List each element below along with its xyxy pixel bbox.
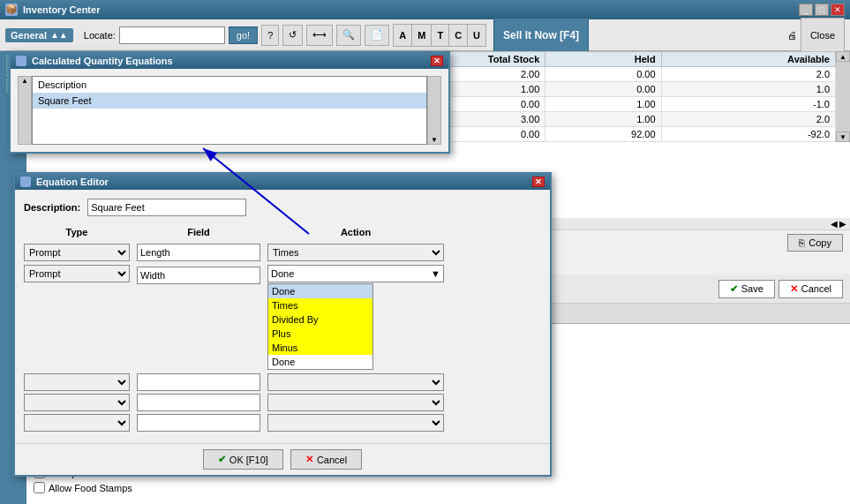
eq-cancel-label: Cancel	[317, 455, 347, 465]
ok-button[interactable]: ✔ OK [F10]	[203, 449, 283, 470]
row3-type-select[interactable]	[24, 373, 130, 391]
eq-editor-content: Description: Type Field Action Prompt Ti…	[15, 190, 550, 443]
cqe-dialog-title: Calculated Quantity Equations	[32, 56, 431, 66]
allow-food-checkbox[interactable]	[34, 482, 45, 493]
copy-icon: ⎘	[799, 237, 805, 248]
printer-icon: 🖨	[787, 30, 797, 41]
help-btn[interactable]: ?	[261, 25, 279, 46]
table-scrollbar[interactable]: ▲ ▼	[836, 51, 850, 142]
eq-footer: ✔ OK [F10] ✕ Cancel	[15, 443, 550, 475]
eq-editor-close-btn[interactable]: ✕	[532, 177, 545, 187]
action-dropdown-container: Done ▼ Done Times Divided By Plus Minus …	[267, 265, 444, 370]
table-cell: 2.0	[661, 67, 835, 82]
locate-input[interactable]	[119, 26, 225, 44]
general-section[interactable]: General ▲▲	[5, 28, 73, 42]
table-cell: -92.0	[661, 127, 835, 142]
col-action-header: Action	[267, 227, 444, 237]
allow-food-label: Allow Food Stamps	[49, 483, 132, 493]
action-divided-by[interactable]: Divided By	[268, 312, 372, 327]
sync-btn[interactable]: ⟷	[306, 25, 333, 46]
sell-it-now-button[interactable]: Sell It Now [F4]	[493, 18, 589, 53]
cancel-x-icon: ✕	[790, 283, 798, 295]
col-available: Available	[661, 52, 835, 67]
row5	[24, 414, 541, 432]
equation-editor-dialog: Equation Editor ✕ Description: Type Fiel…	[13, 172, 552, 477]
action-plus[interactable]: Plus	[268, 327, 372, 341]
action-dropdown-btn[interactable]: ▼	[428, 268, 443, 279]
window-controls: _ □ ✕	[799, 4, 845, 16]
action-minus[interactable]: Minus	[268, 341, 372, 355]
row2-type-select[interactable]: Prompt	[24, 265, 130, 282]
row1-field-input[interactable]	[137, 244, 260, 261]
nav-t-btn[interactable]: T	[432, 25, 449, 46]
action-done-1[interactable]: Done	[268, 284, 372, 298]
app-icon: 📦	[5, 4, 18, 16]
cqe-item-squarefeet[interactable]: Square Feet	[33, 93, 426, 109]
save-button[interactable]: ✔ Save	[718, 280, 775, 298]
row5-field-input[interactable]	[137, 414, 260, 432]
table-cell: 2.0	[661, 112, 835, 127]
save-checkmark-icon: ✔	[730, 283, 738, 295]
allow-food-row: Allow Food Stamps	[34, 482, 209, 493]
row4-action-select[interactable]	[267, 394, 444, 411]
cqe-dialog-icon	[16, 56, 26, 66]
table-cell: 1.00	[545, 97, 661, 112]
col-field-header: Field	[137, 227, 260, 237]
row1-type-select[interactable]: Prompt	[24, 244, 130, 261]
action-selected-value: Done	[268, 267, 428, 280]
row4-field-input[interactable]	[137, 394, 260, 411]
nav-c-btn[interactable]: C	[449, 25, 468, 46]
minimize-btn[interactable]: _	[799, 4, 813, 16]
nav-a-btn[interactable]: A	[394, 25, 412, 46]
row5-type-select[interactable]	[24, 414, 130, 432]
row2-field-input[interactable]	[137, 267, 260, 284]
cqe-item-description[interactable]: Description	[33, 77, 426, 93]
restore-btn[interactable]: □	[815, 4, 829, 16]
row3	[24, 373, 541, 391]
desc-input[interactable]	[87, 199, 246, 216]
copy-button[interactable]: ⎘ Copy	[787, 234, 843, 252]
doc-btn[interactable]: 📄	[365, 25, 389, 46]
table-cell: 1.00	[545, 112, 661, 127]
action-dropdown-list: Done Times Divided By Plus Minus Done	[267, 283, 373, 370]
app-title: Inventory Center	[23, 4, 799, 15]
cqe-close-btn[interactable]: ✕	[431, 56, 443, 66]
refresh-btn[interactable]: ↺	[282, 25, 303, 46]
row5-action-select[interactable]	[267, 414, 444, 432]
col-held: Held	[545, 52, 661, 67]
action-done-2[interactable]: Done	[268, 355, 372, 369]
cqe-dialog-content: ▲ Description Square Feet ▼	[11, 69, 448, 152]
nav-m-btn[interactable]: M	[412, 25, 432, 46]
col-type-header: Type	[24, 227, 130, 237]
search-btn[interactable]: 🔍	[336, 25, 361, 46]
cancel-button[interactable]: ✕ Cancel	[779, 280, 843, 298]
cqe-list: Description Square Feet	[32, 76, 427, 145]
title-bar: 📦 Inventory Center _ □ ✕	[0, 0, 850, 19]
desc-row: Description:	[24, 199, 541, 216]
row4	[24, 394, 541, 411]
collapse-icon[interactable]: ▲▲	[50, 30, 68, 40]
eq-cancel-x-icon: ✕	[305, 454, 313, 465]
nav-group: A M T C U	[393, 24, 486, 47]
table-cell: 0.00	[545, 82, 661, 97]
eq-cancel-button[interactable]: ✕ Cancel	[290, 449, 362, 470]
row3-field-input[interactable]	[137, 373, 260, 391]
table-cell: 0.00	[545, 67, 661, 82]
go-button[interactable]: go!	[229, 26, 258, 44]
nav-u-btn[interactable]: U	[468, 25, 485, 46]
eq-editor-title-bar: Equation Editor ✕	[15, 174, 550, 190]
table-cell: 92.00	[545, 127, 661, 142]
action-times[interactable]: Times	[268, 298, 372, 312]
scroll-down-btn[interactable]: ▼	[836, 132, 850, 142]
close-window-btn[interactable]: ✕	[831, 4, 845, 16]
row3-action-select[interactable]	[267, 373, 444, 391]
toolbar: General ▲▲ Locate: go! ? ↺ ⟷ 🔍 📄 A M T C…	[0, 19, 850, 51]
eq-editor-icon	[20, 177, 31, 187]
cqe-title-bar: Calculated Quantity Equations ✕	[11, 53, 448, 69]
row1-action-select[interactable]: Times	[267, 244, 444, 261]
close-top-button[interactable]: Close	[801, 18, 845, 53]
eq-editor-title: Equation Editor	[36, 177, 532, 187]
scroll-up-btn[interactable]: ▲	[836, 51, 850, 62]
row4-type-select[interactable]	[24, 394, 130, 411]
table-cell: 1.0	[661, 82, 835, 97]
